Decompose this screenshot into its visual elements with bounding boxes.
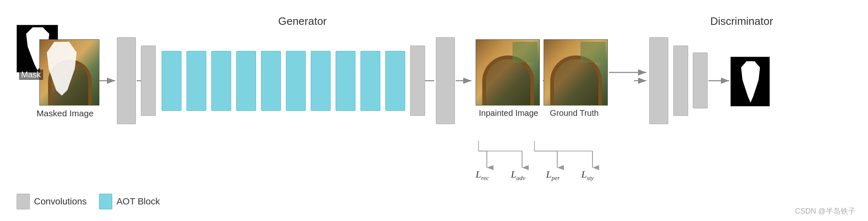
masked-image-box [39, 39, 99, 106]
convolutions-label: Convolutions [34, 196, 87, 207]
aot-block-2 [186, 51, 206, 111]
aot-block-9 [360, 51, 380, 111]
aot-block-6 [286, 51, 306, 111]
disc-output-image [730, 57, 770, 106]
aot-block-5 [261, 51, 281, 111]
disc-block-1 [673, 46, 688, 116]
loss-sty-label: Lsty [581, 169, 594, 182]
legend-aot-block: AOT Block [99, 194, 160, 209]
aot-block-4 [236, 51, 256, 111]
inpainted-image-box [476, 39, 540, 106]
loss-rec-label: Lrec [476, 169, 489, 182]
generator-label: Generator [220, 15, 385, 28]
loss-per-label: Lper [546, 169, 560, 182]
encoder-block-1 [117, 37, 136, 124]
watermark: CSDN @半岛铁子 [795, 206, 856, 216]
ground-truth-image-box [544, 39, 608, 106]
mask-label: Mask [19, 70, 43, 80]
legend: Convolutions AOT Block [17, 194, 160, 209]
main-container: Mask Masked Image Generator Inpainted Im… [0, 0, 868, 221]
masked-image-label: Masked Image [30, 108, 100, 118]
aot-block-10 [385, 51, 405, 111]
disc-encoder-block [649, 37, 668, 124]
encoder-block-2 [141, 46, 156, 116]
disc-block-2 [693, 53, 708, 108]
aot-block-label: AOT Block [116, 196, 160, 207]
legend-convolutions: Convolutions [17, 194, 87, 209]
aot-block-7 [311, 51, 331, 111]
aot-block-8 [336, 51, 355, 111]
loss-adv-label: Ladv [511, 169, 525, 182]
aot-legend-box [99, 194, 112, 209]
ground-truth-label: Ground Truth [537, 108, 612, 118]
discriminator-label: Discriminator [679, 15, 804, 28]
decoder-block-1 [410, 46, 425, 116]
aot-block-3 [211, 51, 231, 111]
decoder-block-2 [436, 37, 455, 124]
convolution-legend-box [17, 194, 30, 209]
aot-block-1 [162, 51, 181, 111]
